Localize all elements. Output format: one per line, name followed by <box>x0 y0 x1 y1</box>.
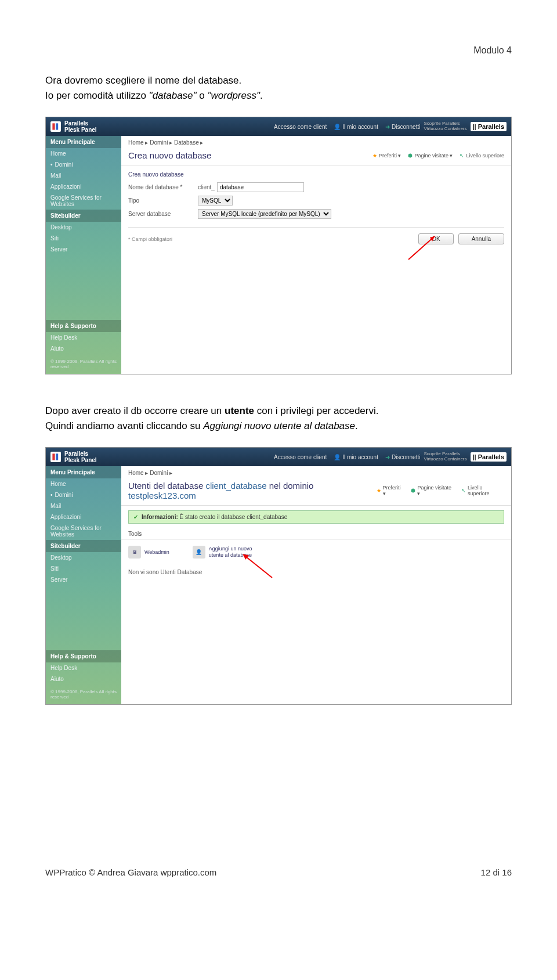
sidebar-item-aiuto[interactable]: Aiuto <box>46 673 121 684</box>
link-livello-superiore[interactable]: ↖Livello superiore <box>461 485 504 496</box>
link-livello-superiore[interactable]: ↖Livello superiore <box>460 153 504 158</box>
form-section-header: Crea nuovo database <box>128 171 504 178</box>
sidebar-item-google[interactable]: Google Services for Websites <box>46 192 121 210</box>
text-italic: "wordpress" <box>208 90 261 101</box>
svg-line-2 <box>408 236 435 260</box>
sidebar-item-server[interactable]: Server <box>46 574 121 585</box>
svg-rect-4 <box>52 453 55 460</box>
parallels-logo-icon <box>50 452 61 462</box>
link-disconnetti[interactable]: ➜Disconnetti <box>385 124 420 130</box>
text: . <box>260 90 263 101</box>
sidebar-item-domini[interactable]: Domini <box>46 159 121 170</box>
text-bold: utente <box>225 405 254 416</box>
label-tipo: Tipo <box>128 197 198 204</box>
add-user-icon: 👤 <box>193 546 205 559</box>
arrow-icon: ➜ <box>385 454 390 460</box>
user-icon: 👤 <box>334 454 341 460</box>
sidebar-item-google[interactable]: Google Services for Websites <box>46 523 121 540</box>
content-area: Home ▸ Domini ▸ Utenti del database clie… <box>121 466 511 704</box>
sidebar-item-siti[interactable]: Siti <box>46 563 121 574</box>
text: Io per comodità utilizzo <box>45 90 149 101</box>
sidebar-header-help: Help & Supporto <box>46 650 121 662</box>
sidebar-item-home[interactable]: Home <box>46 478 121 489</box>
link-preferiti[interactable]: ★Preferiti ▾ <box>372 153 402 158</box>
link-preferiti[interactable]: ★Preferiti ▾ <box>377 485 404 496</box>
sidebar: Menu Principale Home Domini Mail Applica… <box>46 136 121 374</box>
required-note: * Campi obbligatori <box>128 236 172 242</box>
copyright-text: © 1999-2008, Parallels All rights reserv… <box>46 684 121 704</box>
sidebar-header-sitebuilder: Sitebuilder <box>46 540 121 552</box>
breadcrumb[interactable]: Home ▸ Domini ▸ <box>121 466 511 480</box>
svg-rect-1 <box>56 123 58 129</box>
up-icon: ↖ <box>461 488 466 493</box>
breadcrumb[interactable]: Home ▸ Domini ▸ Database ▸ <box>121 136 511 149</box>
annulla-button[interactable]: Annulla <box>458 233 504 244</box>
page-title: Crea nuovo database ★Preferiti ▾ ⬢Pagine… <box>121 149 511 165</box>
sidebar-item-mail[interactable]: Mail <box>46 500 121 511</box>
arrow-icon: ➜ <box>385 124 390 130</box>
link-pagine-visitate[interactable]: ⬢Pagine visitate ▾ <box>408 153 453 158</box>
svg-line-6 <box>243 554 272 578</box>
link-accesso-client[interactable]: Accesso come client <box>274 454 327 460</box>
sidebar-item-applicazioni[interactable]: Applicazioni <box>46 511 121 523</box>
sidebar-item-helpdesk[interactable]: Help Desk <box>46 662 121 673</box>
no-data-message: Non vi sono Utenti Database <box>121 564 511 580</box>
user-icon: 👤 <box>334 124 341 130</box>
text: Quindi andiamo avanti cliccando su <box>45 420 203 431</box>
sidebar-item-applicazioni[interactable]: Applicazioni <box>46 181 121 192</box>
select-server[interactable]: Server MySQL locale (predefinito per MyS… <box>198 209 331 219</box>
text: con i privilegi per accedervi. <box>254 405 378 416</box>
input-nome-database[interactable] <box>217 182 304 192</box>
svg-rect-0 <box>52 123 55 129</box>
module-header: Modulo 4 <box>45 45 512 56</box>
sidebar-item-domini[interactable]: Domini <box>46 489 121 500</box>
text-italic: "database" <box>149 90 197 101</box>
sidebar-header-menu: Menu Principale <box>46 136 121 148</box>
label-server: Server database <box>128 211 198 217</box>
select-tipo[interactable]: MySQL <box>198 196 233 206</box>
link-pagine-visitate[interactable]: ⬢Pagine visitate ▾ <box>411 485 454 496</box>
sidebar-item-desktop[interactable]: Desktop <box>46 552 121 563</box>
brand-text: ParallelsPlesk Panel <box>64 451 97 463</box>
tools-header: Tools <box>121 528 511 540</box>
brand-text: ParallelsPlesk Panel <box>64 120 97 133</box>
sidebar-header-menu: Menu Principale <box>46 466 121 478</box>
link-disconnetti[interactable]: ➜Disconnetti <box>385 454 420 460</box>
content-area: Home ▸ Domini ▸ Database ▸ Crea nuovo da… <box>121 136 511 374</box>
promo-text: Scoprite ParallelsVirtuozzo Containers <box>424 452 466 462</box>
sidebar-item-home[interactable]: Home <box>46 148 121 159</box>
page-footer: WPPratico © Andrea Giavara wppratico.com… <box>45 867 512 877</box>
sidebar-item-siti[interactable]: Siti <box>46 233 121 244</box>
screenshot-database-users: ParallelsPlesk Panel Accesso come client… <box>45 447 512 705</box>
sidebar-item-aiuto[interactable]: Aiuto <box>46 343 121 354</box>
red-arrow-icon <box>406 233 440 262</box>
sidebar-item-desktop[interactable]: Desktop <box>46 222 121 233</box>
svg-rect-5 <box>56 453 58 460</box>
screenshot-create-database: ParallelsPlesk Panel Accesso come client… <box>45 117 512 374</box>
globe-icon: ⬢ <box>408 153 413 158</box>
info-banner: ✔ Informazioni: È stato creato il databa… <box>128 510 504 524</box>
sidebar-item-server[interactable]: Server <box>46 244 121 255</box>
footer-left: WPPratico © Andrea Giavara wppratico.com <box>45 867 216 877</box>
parallels-badge: || Parallels <box>471 122 507 131</box>
top-bar: ParallelsPlesk Panel Accesso come client… <box>46 117 511 136</box>
sidebar-item-mail[interactable]: Mail <box>46 170 121 181</box>
label-nome-database: Nome del database * <box>128 184 198 190</box>
page-title: Utenti del database client_database nel … <box>121 480 511 506</box>
promo-text: Scoprite ParallelsVirtuozzo Containers <box>424 121 466 132</box>
sidebar-header-help: Help & Supporto <box>46 320 121 332</box>
top-bar: ParallelsPlesk Panel Accesso come client… <box>46 448 511 466</box>
star-icon: ★ <box>377 488 381 493</box>
red-arrow-icon <box>237 552 278 581</box>
sidebar-item-helpdesk[interactable]: Help Desk <box>46 332 121 343</box>
link-mio-account[interactable]: 👤Il mio account <box>334 124 378 130</box>
up-icon: ↖ <box>460 153 464 158</box>
link-accesso-client[interactable]: Accesso come client <box>274 124 327 130</box>
text: o <box>197 90 208 101</box>
globe-icon: ⬢ <box>411 488 415 493</box>
check-icon: ✔ <box>133 514 138 520</box>
tool-webadmin[interactable]: 🖥 Webadmin <box>128 546 169 559</box>
link-mio-account[interactable]: 👤Il mio account <box>334 454 378 460</box>
text: Dopo aver creato il db occorre creare un <box>45 405 225 416</box>
footer-page-number: 12 di 16 <box>481 867 512 877</box>
